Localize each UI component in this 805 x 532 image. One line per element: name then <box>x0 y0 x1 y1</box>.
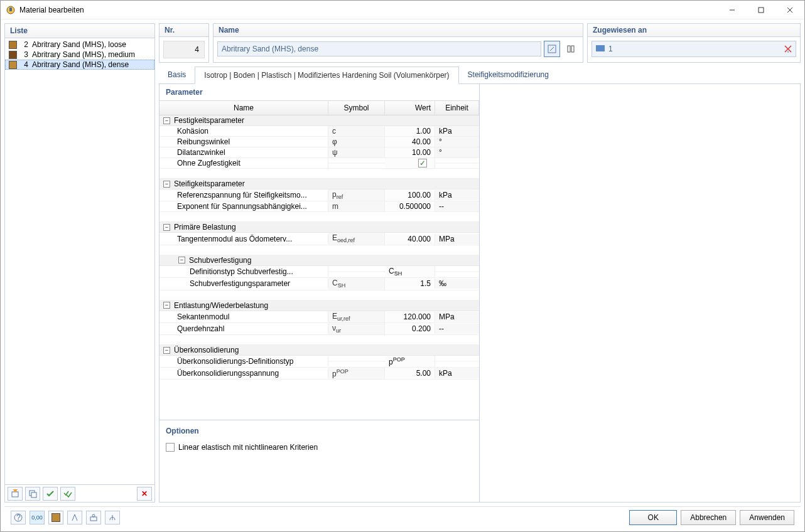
list-item-number: 2 <box>21 40 28 49</box>
list-header: Liste <box>5 24 154 38</box>
param-value[interactable]: 0.500000 <box>385 201 435 211</box>
param-value[interactable]: 5.00 <box>385 368 435 378</box>
param-value[interactable]: 10.00 <box>385 147 435 157</box>
collapse-icon[interactable]: − <box>163 117 170 124</box>
material-name-input[interactable]: Abritrary Sand (MHS), dense <box>217 41 541 56</box>
param-value[interactable]: 40.00 <box>385 137 435 147</box>
group-overconsolidation[interactable]: −Überkonsolidierung <box>159 345 479 356</box>
row-m[interactable]: Exponent für Spannungsabhängigkei...m0.5… <box>159 201 479 212</box>
color-button[interactable] <box>48 511 63 524</box>
param-value[interactable]: pPOP <box>385 356 435 367</box>
ok-button[interactable]: OK <box>629 510 677 525</box>
tab-basis[interactable]: Basis <box>159 66 195 83</box>
row-cohesion[interactable]: Kohäsionc1.00kPa <box>159 126 479 137</box>
group-strength[interactable]: −Festigkeitsparameter <box>159 115 479 126</box>
col-unit: Einheit <box>435 101 479 115</box>
collapse-icon[interactable]: − <box>163 181 170 188</box>
param-unit: MPa <box>435 312 479 322</box>
material-list-panel: Liste 2Abritrary Sand (MHS), loose3Abrit… <box>4 23 155 503</box>
clear-assigned-button[interactable] <box>781 41 796 56</box>
units-button[interactable]: 0,00 <box>30 511 45 524</box>
group-stiffness[interactable]: −Steifigkeitsparameter <box>159 179 479 189</box>
row-dilatancy[interactable]: Dilatanzwinkelψ10.00° <box>159 147 479 158</box>
row-no-tension[interactable]: Ohne Zugfestigkeit✓ <box>159 158 479 169</box>
tab-model[interactable]: Isotrop | Boden | Plastisch | Modifizier… <box>195 66 458 84</box>
help-button[interactable]: ? <box>11 511 26 524</box>
list-item[interactable]: 2Abritrary Sand (MHS), loose <box>5 40 154 50</box>
option-linear-elastic[interactable]: Linear elastisch mit nichtlinearen Krite… <box>166 443 473 452</box>
row-nuur[interactable]: Querdehnzahlνur0.200-- <box>159 323 479 335</box>
collapse-icon[interactable]: − <box>163 224 170 231</box>
param-name: Überkonsolidierungs-Definitionstyp <box>159 356 328 366</box>
minimize-button[interactable] <box>718 1 747 19</box>
material-swatch-icon <box>9 61 17 69</box>
checkbox-checked-icon[interactable]: ✓ <box>418 159 427 168</box>
collapse-icon[interactable]: − <box>178 257 185 263</box>
param-unit: -- <box>435 201 479 211</box>
list-item[interactable]: 4Abritrary Sand (MHS), dense <box>5 60 154 70</box>
param-value[interactable]: 1.00 <box>385 126 435 136</box>
param-value[interactable]: 120.000 <box>385 312 435 322</box>
list-item-label: Abritrary Sand (MHS), medium <box>32 50 135 59</box>
center-panel: Nr. 4 Name Abritrary Sand (MHS), dense Z… <box>159 23 801 503</box>
row-shear-deftype[interactable]: Definitionstyp Schubverfestig...CSH <box>159 266 479 278</box>
row-ppop[interactable]: ÜberkonsolidierungsspannungpPOP5.00kPa <box>159 368 479 380</box>
param-symbol: νur <box>328 323 385 334</box>
param-name: Überkonsolidierungsspannung <box>159 368 328 378</box>
param-unit <box>435 162 479 164</box>
group-shear-hardening[interactable]: −Schubverfestigung <box>159 255 479 266</box>
row-csh[interactable]: SchubverfestigungsparameterCSH1.5‰ <box>159 278 479 290</box>
list-item-number: 4 <box>21 60 28 69</box>
col-value: Wert <box>385 101 435 115</box>
checkbox-unchecked-icon[interactable] <box>166 443 175 452</box>
param-value[interactable]: 40.000 <box>385 234 435 244</box>
param-name: Sekantenmodul <box>159 312 328 322</box>
param-value[interactable]: CSH <box>385 266 435 277</box>
svg-point-19 <box>92 514 95 517</box>
tab-stiffness-mod[interactable]: Steifigkeitsmodifizierung <box>459 66 558 83</box>
param-unit: kPa <box>435 368 479 378</box>
delete-item-button[interactable]: ✕ <box>137 487 152 501</box>
row-eoed[interactable]: Tangentenmodul aus Ödometerv...Eoed,ref4… <box>159 233 479 245</box>
param-value[interactable]: 1.5 <box>385 279 435 289</box>
param-symbol <box>328 271 385 272</box>
tool-button-1[interactable] <box>67 511 82 524</box>
param-unit: kPa <box>435 190 479 200</box>
titlebar: Material bearbeiten <box>1 1 804 19</box>
param-name: Querdehnzahl <box>159 324 328 334</box>
param-value[interactable]: 0.200 <box>385 324 435 334</box>
param-name: Tangentenmodul aus Ödometerv... <box>159 234 328 244</box>
close-button[interactable] <box>775 1 804 19</box>
apply-button[interactable]: Anwenden <box>740 510 794 525</box>
param-symbol: pref <box>328 189 385 201</box>
param-value[interactable]: 100.00 <box>385 190 435 200</box>
window-title: Material bearbeiten <box>19 6 718 14</box>
tool-button-2[interactable] <box>86 511 101 524</box>
options-panel: Optionen Linear elastisch mit nichtlinea… <box>159 420 479 502</box>
library-button[interactable] <box>563 41 579 57</box>
name-box: Name Abritrary Sand (MHS), dense <box>213 23 583 63</box>
group-primary-loading[interactable]: −Primäre Belastung <box>159 222 479 233</box>
param-name: Dilatanzwinkel <box>159 147 328 157</box>
check-all-button[interactable] <box>60 487 75 501</box>
list-item[interactable]: 3Abritrary Sand (MHS), medium <box>5 50 154 60</box>
check-button[interactable] <box>43 487 58 501</box>
row-pref[interactable]: Referenzspannung für Steifigkeitsmo...pr… <box>159 189 479 201</box>
tool-button-3[interactable] <box>105 511 120 524</box>
svg-rect-9 <box>31 492 36 497</box>
group-unloading[interactable]: −Entlastung/Wiederbelastung <box>159 301 479 311</box>
rename-button[interactable] <box>544 41 560 57</box>
maximize-button[interactable] <box>747 1 775 19</box>
param-symbol: CSH <box>328 278 385 289</box>
row-oc-deftype[interactable]: Überkonsolidierungs-DefinitionstyppPOP <box>159 356 479 368</box>
new-item-button[interactable]: ★ <box>8 487 23 501</box>
cancel-button[interactable]: Abbrechen <box>681 510 736 525</box>
row-eur[interactable]: SekantenmodulEur,ref120.000MPa <box>159 311 479 323</box>
collapse-icon[interactable]: − <box>163 347 170 354</box>
param-value[interactable]: ✓ <box>385 158 435 168</box>
material-list[interactable]: 2Abritrary Sand (MHS), loose3Abritrary S… <box>5 38 154 484</box>
assigned-value[interactable]: 1 <box>605 42 781 56</box>
row-friction[interactable]: Reibungswinkelφ40.00° <box>159 137 479 147</box>
collapse-icon[interactable]: − <box>163 302 170 309</box>
copy-item-button[interactable] <box>25 487 40 501</box>
